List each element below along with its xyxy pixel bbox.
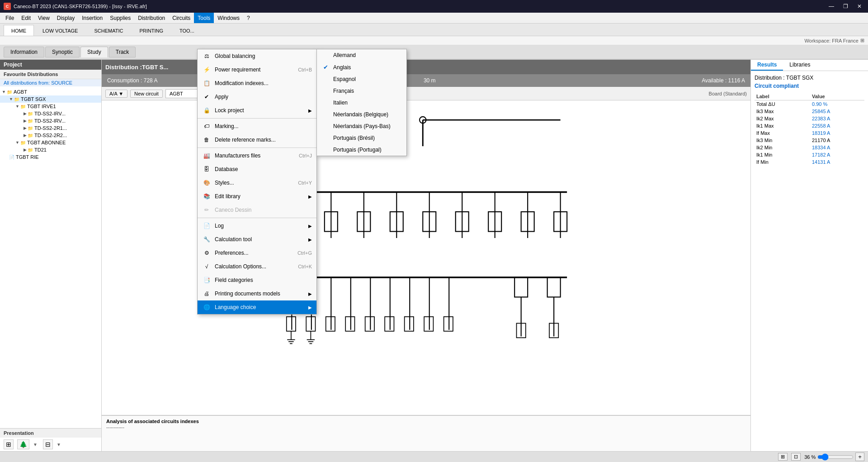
menu-insertion[interactable]: Insertion: [78, 13, 106, 23]
menu-windows[interactable]: Windows: [214, 13, 243, 23]
field-icon: 📑: [202, 276, 211, 285]
scale-btn[interactable]: A/A ▼: [105, 90, 127, 98]
ribbon-tab-schematic[interactable]: SCHEMATIC: [86, 25, 131, 36]
pres-tool-grid[interactable]: ⊞: [4, 439, 14, 449]
dd-apply[interactable]: ✔ Apply: [198, 90, 316, 104]
editlib-icon: 📚: [202, 192, 211, 201]
workspace-icon: ⊞: [860, 38, 864, 43]
expand-icon-td2: ▶: [24, 119, 27, 123]
menu-supplies[interactable]: Supplies: [106, 13, 134, 23]
tree-node-tgbt-abonnee[interactable]: ▼ 📁 TGBT ABONNEE: [0, 139, 101, 146]
zoom-control: 36 % +: [804, 452, 864, 461]
expand-icon-td3: ▶: [24, 126, 27, 130]
tree-node-td-ss2-2[interactable]: ▶ 📁 TD-SS2-IRV...: [0, 117, 101, 124]
dd-lock-project[interactable]: 🔒 Lock project ▶: [198, 104, 316, 117]
menu-edit[interactable]: Edit: [18, 13, 34, 23]
zoom-fit-btn[interactable]: ⊡: [791, 453, 801, 461]
pres-tool-layout[interactable]: ⊟: [43, 439, 53, 449]
zoom-percent: 36 %: [804, 454, 816, 460]
dd-field-categories[interactable]: 📑 Field categories: [198, 273, 316, 287]
right-panel: Results Libraries Distribution : TGBT SG…: [750, 60, 868, 451]
mfr-icon: 🏭: [202, 151, 211, 160]
dd-language-choice[interactable]: 🌐 Language choice ▶: [198, 300, 316, 314]
lang-espagnol[interactable]: Espagnol: [317, 73, 406, 85]
tree-node-td-ss2-1[interactable]: ▶ 📁 TD-SS2-IRV...: [0, 110, 101, 117]
zoom-slider[interactable]: [817, 453, 854, 461]
nav-tab-track[interactable]: Track: [109, 47, 136, 57]
dd-caneco-dessin: ✏ Caneco Dessin: [198, 203, 316, 217]
lang-francais[interactable]: Français: [317, 85, 406, 97]
menu-tools[interactable]: Tools: [194, 13, 214, 23]
nav-tab-synoptic[interactable]: Synoptic: [45, 47, 80, 57]
menu-help[interactable]: ?: [243, 13, 254, 23]
menu-distribution[interactable]: Distribution: [134, 13, 169, 23]
dd-edit-library[interactable]: 📚 Edit library ▶: [198, 190, 316, 203]
menu-view[interactable]: View: [34, 13, 53, 23]
dd-preferences[interactable]: ⚙ Preferences... Ctrl+G: [198, 246, 316, 260]
nav-tab-information[interactable]: Information: [4, 47, 44, 57]
tree-node-agbt[interactable]: ▼ 📁 AGBT: [0, 88, 101, 95]
close-btn[interactable]: ✕: [854, 2, 864, 10]
results-dist-name: Distribution : TGBT SGX: [755, 75, 864, 81]
dd-log[interactable]: 📄 Log ▶: [198, 219, 316, 233]
tree-node-td-ss2-3[interactable]: ▶ 📁 TD-SS2-2R1...: [0, 124, 101, 132]
lang-portugais-portugal[interactable]: Portugais (Portugal): [317, 144, 406, 156]
lang-italien[interactable]: Italien: [317, 97, 406, 109]
results-table: Label Value Total ΔU 0.90 % Ik3 Max 2584…: [755, 93, 864, 166]
tree-node-td-ss2-4[interactable]: ▶ 📁 TD-SS2-2R2...: [0, 132, 101, 139]
tree-node-tgbt-irve1[interactable]: ▼ 📁 TGBT IRVE1: [0, 103, 101, 110]
nav-tabs: Information Synoptic Study Track: [0, 45, 868, 60]
new-circuit-btn[interactable]: New circuit: [130, 90, 163, 98]
fit-view-btn[interactable]: ⊞: [778, 453, 788, 461]
dd-calculation-options[interactable]: √ Calculation Options... Ctrl+K: [198, 260, 316, 273]
dd-power-requirement[interactable]: ⚡ Power requirement Ctrl+B: [198, 63, 316, 76]
lang-label-anglais: Anglais: [333, 64, 351, 71]
results-tab-results[interactable]: Results: [751, 60, 783, 71]
dd-calculation-tool[interactable]: 🔧 Calculation tool ▶: [198, 233, 316, 246]
menu-file[interactable]: File: [2, 13, 18, 23]
styles-icon: 🎨: [202, 178, 211, 187]
lang-anglais[interactable]: ✔ Anglais: [317, 61, 406, 73]
lang-check-anglais: ✔: [323, 64, 330, 71]
results-tab-libraries[interactable]: Libraries: [783, 60, 816, 71]
pres-tool-tree[interactable]: 🌲: [17, 439, 29, 449]
nav-tab-study[interactable]: Study: [80, 47, 108, 57]
zoom-in-btn[interactable]: +: [855, 452, 864, 461]
lang-portugais-bresil[interactable]: Portugais (Brésil): [317, 132, 406, 144]
lang-neerlandais-belgique[interactable]: Néerlandais (Belgique): [317, 109, 406, 120]
dd-styles[interactable]: 🎨 Styles... Ctrl+Y: [198, 176, 316, 190]
pref-icon: ⚙: [202, 248, 211, 257]
menu-circuits[interactable]: Circuits: [169, 13, 194, 23]
dd-marking[interactable]: 🏷 Marking...: [198, 119, 316, 133]
table-row: Ik1 Max 22558 A: [755, 122, 864, 129]
table-row: Ik2 Max 22383 A: [755, 115, 864, 122]
ribbon-tab-lv[interactable]: LOW VOLTAGE: [35, 25, 85, 36]
dd-global-balancing[interactable]: ⚖ Global balancing: [198, 49, 316, 63]
tree-node-tgbt-rie[interactable]: 📄 TGBT RIE: [0, 153, 101, 161]
lang-neerlandais-paysbas[interactable]: Néerlandais (Pays-Bas): [317, 120, 406, 132]
favourite-distributions: Favourite Distributions: [0, 70, 101, 79]
expand-icon-tgbt-sgx: ▼: [9, 97, 13, 101]
tree-node-td21[interactable]: ▶ 📁 TD21: [0, 146, 101, 153]
ribbon-tab-printing[interactable]: PRINTING: [132, 25, 171, 36]
menu-display[interactable]: Display: [53, 13, 78, 23]
folder-icon-tgbt-irve1: 📁: [20, 104, 26, 109]
dd-modification-indexes[interactable]: 📋 Modification indexes...: [198, 76, 316, 90]
folder-icon-tgbt-sgx: 📁: [14, 97, 19, 102]
maximize-btn[interactable]: ❐: [840, 2, 851, 10]
dd-delete-marks[interactable]: 🗑 Delete reference marks...: [198, 133, 316, 147]
folder-icon-td4: 📁: [28, 133, 33, 138]
dd-database[interactable]: 🗄 Database: [198, 162, 316, 176]
lang-allemand[interactable]: Allemand: [317, 49, 406, 61]
title-controls[interactable]: — ❐ ✕: [826, 2, 864, 10]
folder-icon-td3: 📁: [28, 126, 33, 131]
lang-label-pp: Portugais (Portugal): [333, 147, 382, 153]
minimize-btn[interactable]: —: [826, 2, 837, 10]
dd-printing-docs[interactable]: 🖨 Printing documents models ▶: [198, 287, 316, 300]
tree-node-tgbt-sgx[interactable]: ▼ 📁 TGBT SGX: [0, 95, 101, 103]
table-row: Ik3 Min 21170 A: [755, 137, 864, 144]
all-distributions[interactable]: All distributions from: SOURCE: [0, 79, 101, 86]
ribbon-tab-home[interactable]: HOME: [4, 25, 34, 36]
ribbon-tab-tools[interactable]: TOO...: [172, 25, 202, 36]
dd-manufacturers-files[interactable]: 🏭 Manufacturers files Ctrl+J: [198, 149, 316, 162]
